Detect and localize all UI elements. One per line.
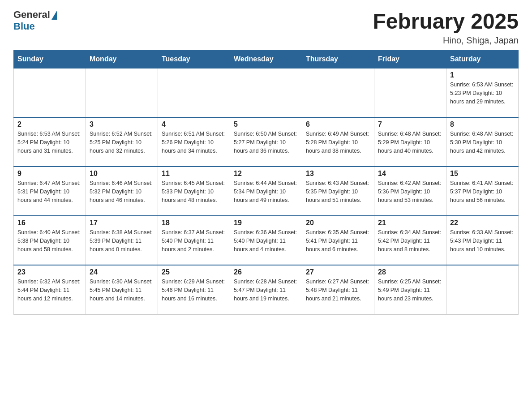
calendar-cell xyxy=(14,68,86,117)
day-number: 10 xyxy=(90,170,154,178)
calendar-cell xyxy=(374,68,446,117)
day-number: 14 xyxy=(378,170,442,178)
calendar-cell xyxy=(158,68,230,117)
day-number: 3 xyxy=(90,120,154,128)
day-number: 4 xyxy=(162,120,226,128)
calendar-cell: 19Sunrise: 6:36 AM Sunset: 5:40 PM Dayli… xyxy=(230,216,302,265)
calendar-table: SundayMondayTuesdayWednesdayThursdayFrid… xyxy=(13,50,519,315)
calendar-cell: 6Sunrise: 6:49 AM Sunset: 5:28 PM Daylig… xyxy=(302,117,374,167)
calendar-cell: 1Sunrise: 6:53 AM Sunset: 5:23 PM Daylig… xyxy=(446,68,519,117)
day-number: 19 xyxy=(234,219,298,227)
calendar-cell: 13Sunrise: 6:43 AM Sunset: 5:35 PM Dayli… xyxy=(302,167,374,216)
logo-triangle-icon xyxy=(51,11,57,20)
calendar-cell xyxy=(302,68,374,117)
day-info: Sunrise: 6:37 AM Sunset: 5:40 PM Dayligh… xyxy=(162,228,226,253)
day-number: 24 xyxy=(90,268,154,276)
week-row-3: 9Sunrise: 6:47 AM Sunset: 5:31 PM Daylig… xyxy=(14,167,519,216)
calendar-cell: 12Sunrise: 6:44 AM Sunset: 5:34 PM Dayli… xyxy=(230,167,302,216)
day-info: Sunrise: 6:29 AM Sunset: 5:46 PM Dayligh… xyxy=(162,278,226,303)
day-info: Sunrise: 6:40 AM Sunset: 5:38 PM Dayligh… xyxy=(17,228,82,253)
day-number: 22 xyxy=(450,219,515,227)
day-info: Sunrise: 6:49 AM Sunset: 5:28 PM Dayligh… xyxy=(306,130,370,155)
calendar-cell: 28Sunrise: 6:25 AM Sunset: 5:49 PM Dayli… xyxy=(374,265,446,314)
day-number: 17 xyxy=(90,219,154,227)
weekday-header-monday: Monday xyxy=(86,51,158,68)
day-number: 15 xyxy=(450,170,515,178)
day-number: 9 xyxy=(17,170,82,178)
day-number: 20 xyxy=(306,219,370,227)
day-info: Sunrise: 6:51 AM Sunset: 5:26 PM Dayligh… xyxy=(162,130,226,155)
calendar-cell: 4Sunrise: 6:51 AM Sunset: 5:26 PM Daylig… xyxy=(158,117,230,167)
day-number: 1 xyxy=(450,71,515,79)
calendar-cell xyxy=(86,68,158,117)
weekday-header-wednesday: Wednesday xyxy=(230,51,302,68)
day-info: Sunrise: 6:36 AM Sunset: 5:40 PM Dayligh… xyxy=(234,228,298,253)
day-info: Sunrise: 6:53 AM Sunset: 5:24 PM Dayligh… xyxy=(17,130,82,155)
day-info: Sunrise: 6:50 AM Sunset: 5:27 PM Dayligh… xyxy=(234,130,298,155)
day-info: Sunrise: 6:25 AM Sunset: 5:49 PM Dayligh… xyxy=(378,278,442,303)
day-number: 16 xyxy=(17,219,82,227)
week-row-4: 16Sunrise: 6:40 AM Sunset: 5:38 PM Dayli… xyxy=(14,216,519,265)
calendar-cell: 10Sunrise: 6:46 AM Sunset: 5:32 PM Dayli… xyxy=(86,167,158,216)
calendar-cell: 21Sunrise: 6:34 AM Sunset: 5:42 PM Dayli… xyxy=(374,216,446,265)
calendar-cell: 8Sunrise: 6:48 AM Sunset: 5:30 PM Daylig… xyxy=(446,117,519,167)
calendar-cell: 14Sunrise: 6:42 AM Sunset: 5:36 PM Dayli… xyxy=(374,167,446,216)
day-info: Sunrise: 6:45 AM Sunset: 5:33 PM Dayligh… xyxy=(162,179,226,204)
calendar-cell: 2Sunrise: 6:53 AM Sunset: 5:24 PM Daylig… xyxy=(14,117,86,167)
day-info: Sunrise: 6:34 AM Sunset: 5:42 PM Dayligh… xyxy=(378,228,442,253)
day-info: Sunrise: 6:32 AM Sunset: 5:44 PM Dayligh… xyxy=(17,278,82,303)
calendar-cell: 3Sunrise: 6:52 AM Sunset: 5:25 PM Daylig… xyxy=(86,117,158,167)
day-info: Sunrise: 6:28 AM Sunset: 5:47 PM Dayligh… xyxy=(234,278,298,303)
day-number: 5 xyxy=(234,120,298,128)
day-info: Sunrise: 6:35 AM Sunset: 5:41 PM Dayligh… xyxy=(306,228,370,253)
day-number: 18 xyxy=(162,219,226,227)
day-number: 12 xyxy=(234,170,298,178)
calendar-cell: 11Sunrise: 6:45 AM Sunset: 5:33 PM Dayli… xyxy=(158,167,230,216)
calendar-cell: 26Sunrise: 6:28 AM Sunset: 5:47 PM Dayli… xyxy=(230,265,302,314)
weekday-header-thursday: Thursday xyxy=(302,51,374,68)
weekday-header-saturday: Saturday xyxy=(446,51,519,68)
calendar-cell: 24Sunrise: 6:30 AM Sunset: 5:45 PM Dayli… xyxy=(86,265,158,314)
day-info: Sunrise: 6:52 AM Sunset: 5:25 PM Dayligh… xyxy=(90,130,154,155)
calendar-subtitle: Hino, Shiga, Japan xyxy=(373,35,519,46)
calendar-cell: 18Sunrise: 6:37 AM Sunset: 5:40 PM Dayli… xyxy=(158,216,230,265)
logo-blue-text: Blue xyxy=(13,21,35,32)
calendar-cell: 9Sunrise: 6:47 AM Sunset: 5:31 PM Daylig… xyxy=(14,167,86,216)
day-number: 27 xyxy=(306,268,370,276)
day-info: Sunrise: 6:43 AM Sunset: 5:35 PM Dayligh… xyxy=(306,179,370,204)
day-info: Sunrise: 6:48 AM Sunset: 5:29 PM Dayligh… xyxy=(378,130,442,155)
calendar-cell xyxy=(230,68,302,117)
weekday-header-row: SundayMondayTuesdayWednesdayThursdayFrid… xyxy=(14,51,519,68)
day-number: 21 xyxy=(378,219,442,227)
day-number: 11 xyxy=(162,170,226,178)
calendar-cell: 5Sunrise: 6:50 AM Sunset: 5:27 PM Daylig… xyxy=(230,117,302,167)
day-info: Sunrise: 6:46 AM Sunset: 5:32 PM Dayligh… xyxy=(90,179,154,204)
day-info: Sunrise: 6:47 AM Sunset: 5:31 PM Dayligh… xyxy=(17,179,82,204)
weekday-header-tuesday: Tuesday xyxy=(158,51,230,68)
day-info: Sunrise: 6:48 AM Sunset: 5:30 PM Dayligh… xyxy=(450,130,515,155)
week-row-2: 2Sunrise: 6:53 AM Sunset: 5:24 PM Daylig… xyxy=(14,117,519,167)
calendar-cell: 27Sunrise: 6:27 AM Sunset: 5:48 PM Dayli… xyxy=(302,265,374,314)
day-info: Sunrise: 6:27 AM Sunset: 5:48 PM Dayligh… xyxy=(306,278,370,303)
day-info: Sunrise: 6:38 AM Sunset: 5:39 PM Dayligh… xyxy=(90,228,154,253)
week-row-5: 23Sunrise: 6:32 AM Sunset: 5:44 PM Dayli… xyxy=(14,265,519,314)
calendar-title: February 2025 xyxy=(373,9,519,34)
day-number: 6 xyxy=(306,120,370,128)
calendar-cell: 25Sunrise: 6:29 AM Sunset: 5:46 PM Dayli… xyxy=(158,265,230,314)
day-info: Sunrise: 6:44 AM Sunset: 5:34 PM Dayligh… xyxy=(234,179,298,204)
day-info: Sunrise: 6:33 AM Sunset: 5:43 PM Dayligh… xyxy=(450,228,515,253)
calendar-cell: 22Sunrise: 6:33 AM Sunset: 5:43 PM Dayli… xyxy=(446,216,519,265)
calendar-cell xyxy=(446,265,519,314)
day-number: 28 xyxy=(378,268,442,276)
day-number: 26 xyxy=(234,268,298,276)
day-number: 13 xyxy=(306,170,370,178)
calendar-cell: 7Sunrise: 6:48 AM Sunset: 5:29 PM Daylig… xyxy=(374,117,446,167)
logo: General Blue xyxy=(13,9,57,32)
day-number: 8 xyxy=(450,120,515,128)
day-number: 25 xyxy=(162,268,226,276)
calendar-cell: 23Sunrise: 6:32 AM Sunset: 5:44 PM Dayli… xyxy=(14,265,86,314)
weekday-header-sunday: Sunday xyxy=(14,51,86,68)
logo-general-text: General xyxy=(13,9,50,21)
day-info: Sunrise: 6:41 AM Sunset: 5:37 PM Dayligh… xyxy=(450,179,515,204)
day-info: Sunrise: 6:30 AM Sunset: 5:45 PM Dayligh… xyxy=(90,278,154,303)
